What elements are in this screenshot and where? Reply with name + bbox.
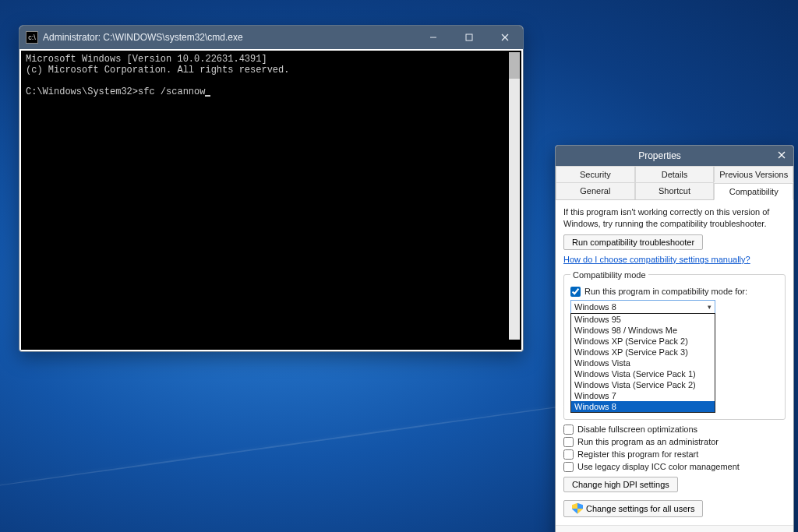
compat-mode-combobox[interactable]: Windows 8 ▾ <box>570 300 715 314</box>
compat-hint-text: If this program isn't working correctly … <box>563 206 786 230</box>
properties-titlebar[interactable]: Properties <box>556 146 793 166</box>
shield-icon <box>572 503 583 514</box>
compat-mode-checkbox[interactable] <box>570 287 581 297</box>
tab-previous-versions[interactable]: Previous Versions <box>714 166 793 182</box>
register-restart-checkbox[interactable] <box>563 449 574 460</box>
compat-mode-dropdown[interactable]: Windows 95 Windows 98 / Windows Me Windo… <box>570 313 715 413</box>
tab-shortcut[interactable]: Shortcut <box>635 182 715 199</box>
minimize-button[interactable] <box>415 26 451 49</box>
run-troubleshooter-button[interactable]: Run compatibility troubleshooter <box>563 234 703 250</box>
cmd-input-text: sfc /scannow <box>138 86 205 97</box>
legacy-icc-label: Use legacy display ICC color management <box>577 462 740 471</box>
maximize-icon <box>465 33 473 41</box>
maximize-button[interactable] <box>451 26 487 49</box>
disable-fullscreen-label: Disable fullscreen optimizations <box>577 425 697 434</box>
compat-option[interactable]: Windows XP (Service Pack 3) <box>571 347 715 358</box>
tab-security[interactable]: Security <box>556 166 635 182</box>
change-all-users-button[interactable]: Change settings for all users <box>563 500 703 517</box>
compat-option[interactable]: Windows 7 <box>571 390 715 401</box>
cmd-scrollbar[interactable] <box>509 52 520 340</box>
legacy-icc-row[interactable]: Use legacy display ICC color management <box>563 462 786 472</box>
cmd-icon: c:\ <box>26 31 38 44</box>
cmd-title: Administrator: C:\WINDOWS\system32\cmd.e… <box>43 32 415 43</box>
svg-rect-1 <box>466 34 472 41</box>
register-restart-row[interactable]: Register this program for restart <box>563 449 786 460</box>
tab-general[interactable]: General <box>556 182 635 199</box>
compat-option[interactable]: Windows 95 <box>571 314 715 325</box>
cmd-output-line: (c) Microsoft Corporation. All rights re… <box>26 65 289 76</box>
properties-dialog: Properties Security Details Previous Ver… <box>555 145 794 532</box>
properties-tabs: Security Details Previous Versions Gener… <box>556 166 793 200</box>
compat-option[interactable]: Windows Vista (Service Pack 1) <box>571 368 715 379</box>
properties-close-button[interactable] <box>770 151 793 160</box>
compat-mode-checkbox-label: Run this program in compatibility mode f… <box>584 287 747 296</box>
change-all-users-label: Change settings for all users <box>586 504 694 513</box>
disable-fullscreen-row[interactable]: Disable fullscreen optimizations <box>563 425 786 435</box>
run-as-admin-checkbox[interactable] <box>563 437 574 447</box>
tab-compatibility[interactable]: Compatibility <box>714 183 793 200</box>
compatibility-panel: If this program isn't working correctly … <box>556 200 793 525</box>
compat-option[interactable]: Windows Vista (Service Pack 2) <box>571 379 715 390</box>
properties-title: Properties <box>549 150 770 161</box>
cmd-titlebar[interactable]: c:\ Administrator: C:\WINDOWS\system32\c… <box>19 26 523 49</box>
run-as-admin-label: Run this program as an administrator <box>577 437 719 446</box>
chevron-down-icon: ▾ <box>708 303 711 311</box>
cmd-window: c:\ Administrator: C:\WINDOWS\system32\c… <box>19 25 524 352</box>
cmd-prompt: C:\Windows\System32> <box>26 86 138 97</box>
close-icon <box>778 151 786 159</box>
register-restart-label: Register this program for restart <box>577 449 698 459</box>
change-dpi-button[interactable]: Change high DPI settings <box>563 477 678 492</box>
close-button[interactable] <box>487 26 523 49</box>
properties-footer: OK Cancel Apply <box>556 525 793 532</box>
cmd-scroll-thumb[interactable] <box>509 52 520 79</box>
cmd-cursor <box>205 95 210 97</box>
close-icon <box>501 33 509 41</box>
compat-mode-selected: Windows 8 <box>574 302 616 312</box>
minimize-icon <box>429 33 437 41</box>
compat-option[interactable]: Windows Vista <box>571 358 715 368</box>
run-as-admin-row[interactable]: Run this program as an administrator <box>563 437 786 447</box>
compat-option[interactable]: Windows 98 / Windows Me <box>571 325 715 336</box>
cmd-terminal[interactable]: Microsoft Windows [Version 10.0.22631.43… <box>21 51 521 350</box>
compat-mode-legend: Compatibility mode <box>570 270 648 280</box>
cmd-output-line: Microsoft Windows [Version 10.0.22631.43… <box>26 54 267 65</box>
compat-help-link[interactable]: How do I choose compatibility settings m… <box>563 255 750 264</box>
compat-mode-group: Compatibility mode Run this program in c… <box>563 270 786 420</box>
disable-fullscreen-checkbox[interactable] <box>563 425 574 435</box>
compat-option[interactable]: Windows XP (Service Pack 2) <box>571 336 715 347</box>
compat-option-selected[interactable]: Windows 8 <box>571 401 715 412</box>
tab-details[interactable]: Details <box>635 166 715 182</box>
compat-mode-checkbox-row[interactable]: Run this program in compatibility mode f… <box>570 287 779 297</box>
legacy-icc-checkbox[interactable] <box>563 462 574 472</box>
